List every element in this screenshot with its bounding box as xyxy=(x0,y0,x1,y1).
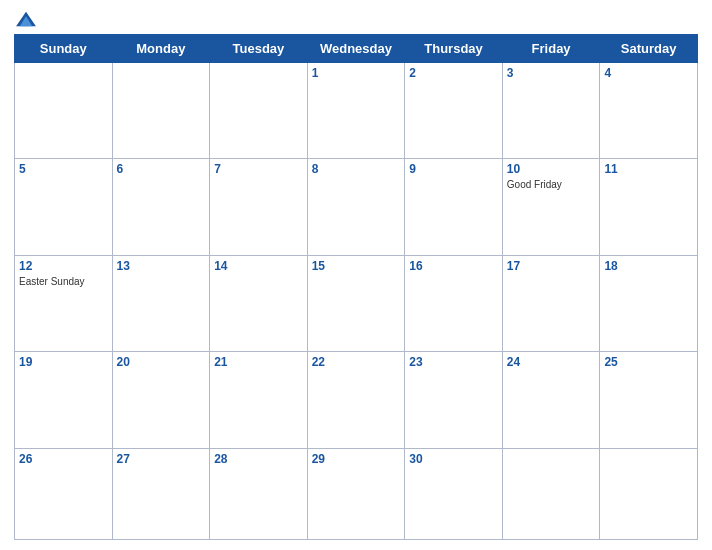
calendar-cell: 1 xyxy=(307,63,405,159)
calendar-cell: 25 xyxy=(600,352,698,448)
day-number: 4 xyxy=(604,66,693,80)
day-number: 26 xyxy=(19,452,108,466)
weekday-header-thursday: Thursday xyxy=(405,35,503,63)
calendar-cell: 27 xyxy=(112,448,210,539)
day-number: 19 xyxy=(19,355,108,369)
calendar-cell xyxy=(210,63,308,159)
calendar-cell: 11 xyxy=(600,159,698,255)
day-number: 12 xyxy=(19,259,108,273)
weekday-header-wednesday: Wednesday xyxy=(307,35,405,63)
calendar-cell: 18 xyxy=(600,255,698,351)
calendar-cell: 3 xyxy=(502,63,600,159)
calendar-cell xyxy=(112,63,210,159)
day-number: 17 xyxy=(507,259,596,273)
calendar-cell: 20 xyxy=(112,352,210,448)
weekday-header-monday: Monday xyxy=(112,35,210,63)
calendar-cell: 22 xyxy=(307,352,405,448)
calendar-cell: 6 xyxy=(112,159,210,255)
day-number: 9 xyxy=(409,162,498,176)
day-event: Good Friday xyxy=(507,178,596,191)
day-number: 20 xyxy=(117,355,206,369)
calendar-week-1: 1234 xyxy=(15,63,698,159)
calendar-cell: 7 xyxy=(210,159,308,255)
day-number: 29 xyxy=(312,452,401,466)
calendar-header xyxy=(14,10,698,28)
calendar-page: SundayMondayTuesdayWednesdayThursdayFrid… xyxy=(0,0,712,550)
day-number: 27 xyxy=(117,452,206,466)
day-number: 2 xyxy=(409,66,498,80)
calendar-cell: 16 xyxy=(405,255,503,351)
calendar-cell: 14 xyxy=(210,255,308,351)
calendar-cell: 21 xyxy=(210,352,308,448)
day-number: 7 xyxy=(214,162,303,176)
calendar-cell xyxy=(502,448,600,539)
calendar-cell: 28 xyxy=(210,448,308,539)
day-number: 24 xyxy=(507,355,596,369)
weekday-header-sunday: Sunday xyxy=(15,35,113,63)
calendar-cell: 4 xyxy=(600,63,698,159)
day-number: 30 xyxy=(409,452,498,466)
calendar-cell: 9 xyxy=(405,159,503,255)
calendar-week-5: 2627282930 xyxy=(15,448,698,539)
calendar-cell: 2 xyxy=(405,63,503,159)
day-number: 21 xyxy=(214,355,303,369)
weekday-header-tuesday: Tuesday xyxy=(210,35,308,63)
logo-icon xyxy=(16,10,36,28)
day-number: 3 xyxy=(507,66,596,80)
calendar-week-3: 12Easter Sunday131415161718 xyxy=(15,255,698,351)
weekday-header-friday: Friday xyxy=(502,35,600,63)
weekday-header-row: SundayMondayTuesdayWednesdayThursdayFrid… xyxy=(15,35,698,63)
calendar-cell: 13 xyxy=(112,255,210,351)
logo xyxy=(14,10,36,28)
day-number: 5 xyxy=(19,162,108,176)
country-label xyxy=(638,24,698,28)
calendar-cell: 24 xyxy=(502,352,600,448)
calendar-cell: 10Good Friday xyxy=(502,159,600,255)
day-number: 23 xyxy=(409,355,498,369)
day-number: 28 xyxy=(214,452,303,466)
weekday-header-saturday: Saturday xyxy=(600,35,698,63)
day-number: 13 xyxy=(117,259,206,273)
calendar-cell: 12Easter Sunday xyxy=(15,255,113,351)
calendar-cell: 15 xyxy=(307,255,405,351)
calendar-table: SundayMondayTuesdayWednesdayThursdayFrid… xyxy=(14,34,698,540)
day-event: Easter Sunday xyxy=(19,275,108,288)
calendar-cell: 17 xyxy=(502,255,600,351)
calendar-cell xyxy=(15,63,113,159)
calendar-cell: 29 xyxy=(307,448,405,539)
day-number: 14 xyxy=(214,259,303,273)
day-number: 22 xyxy=(312,355,401,369)
calendar-cell: 23 xyxy=(405,352,503,448)
calendar-cell xyxy=(600,448,698,539)
day-number: 11 xyxy=(604,162,693,176)
calendar-cell: 5 xyxy=(15,159,113,255)
calendar-cell: 30 xyxy=(405,448,503,539)
day-number: 6 xyxy=(117,162,206,176)
day-number: 16 xyxy=(409,259,498,273)
calendar-cell: 26 xyxy=(15,448,113,539)
calendar-cell: 19 xyxy=(15,352,113,448)
calendar-cell: 8 xyxy=(307,159,405,255)
calendar-week-2: 5678910Good Friday11 xyxy=(15,159,698,255)
day-number: 10 xyxy=(507,162,596,176)
day-number: 18 xyxy=(604,259,693,273)
calendar-week-4: 19202122232425 xyxy=(15,352,698,448)
day-number: 15 xyxy=(312,259,401,273)
day-number: 8 xyxy=(312,162,401,176)
day-number: 25 xyxy=(604,355,693,369)
day-number: 1 xyxy=(312,66,401,80)
